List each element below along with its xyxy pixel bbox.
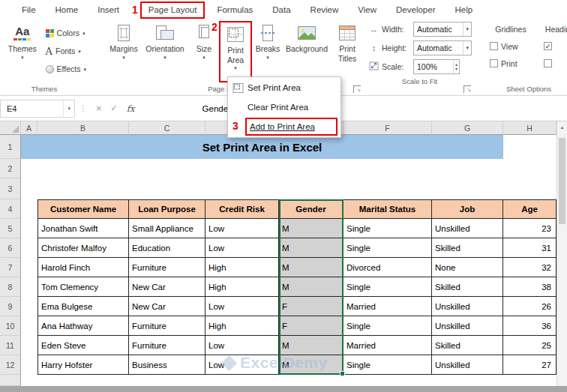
empty-cell[interactable] <box>21 277 38 297</box>
table-cell[interactable]: Eden Steve <box>38 336 129 355</box>
table-cell[interactable]: M <box>279 238 344 258</box>
table-cell[interactable]: Single <box>344 316 432 336</box>
tab-home[interactable]: Home <box>46 0 88 19</box>
row-header-6[interactable]: 6 <box>0 238 21 258</box>
tab-insert[interactable]: Insert <box>88 0 129 19</box>
scrollbar-thumb[interactable] <box>559 138 566 224</box>
table-cell[interactable]: Unskilled <box>432 297 503 316</box>
table-cell[interactable]: Business <box>129 355 206 375</box>
table-cell[interactable]: Jonathan Swift <box>38 219 129 238</box>
empty-cell[interactable] <box>21 159 556 178</box>
scale-input[interactable]: 100% ▴▾ <box>413 59 460 74</box>
orientation-button[interactable]: Orientation ▾ <box>141 21 189 82</box>
table-cell[interactable]: New Car <box>129 277 206 297</box>
empty-cell[interactable] <box>21 297 38 316</box>
table-cell[interactable]: Single <box>344 277 432 297</box>
gridlines-view-checkbox[interactable]: View <box>484 37 538 55</box>
table-cell[interactable]: Furniture <box>129 336 206 355</box>
table-cell[interactable]: Low <box>206 238 279 258</box>
table-cell[interactable]: Ana Hathway <box>38 316 129 336</box>
table-cell[interactable]: Skilled <box>432 336 503 355</box>
empty-cell[interactable] <box>21 355 38 375</box>
table-cell[interactable]: None <box>432 258 503 277</box>
empty-cell[interactable] <box>21 258 38 277</box>
tab-review[interactable]: Review <box>301 0 349 19</box>
column-header-G[interactable]: G <box>432 121 503 135</box>
row-header-9[interactable]: 9 <box>0 297 21 316</box>
table-header-cell[interactable]: Customer Name <box>38 199 129 219</box>
table-cell[interactable]: M <box>279 355 344 375</box>
table-cell[interactable]: Christofer Malfoy <box>38 238 129 258</box>
empty-cell[interactable] <box>21 336 38 355</box>
table-cell[interactable]: M <box>279 336 344 355</box>
table-cell[interactable]: Single <box>344 219 432 238</box>
table-cell[interactable]: F <box>279 297 344 316</box>
row-header-7[interactable]: 7 <box>0 258 21 277</box>
print-area-button[interactable]: Print Area ▾ <box>220 22 250 84</box>
spin-down-icon[interactable]: ▾ <box>454 67 459 71</box>
column-header-A[interactable]: A <box>21 121 38 135</box>
row-header-5[interactable]: 5 <box>0 219 21 238</box>
table-cell[interactable]: Married <box>344 336 432 355</box>
table-cell[interactable]: Unskilled <box>432 355 503 375</box>
table-cell[interactable]: Tom Clemency <box>38 277 129 297</box>
table-cell[interactable]: 26 <box>503 297 556 316</box>
empty-cell[interactable] <box>21 199 38 219</box>
select-all-button[interactable] <box>0 121 21 135</box>
table-cell[interactable]: F <box>279 316 344 336</box>
formula-input[interactable]: Gender <box>140 100 567 118</box>
table-header-cell[interactable]: Job <box>432 199 503 219</box>
empty-cell[interactable] <box>21 238 38 258</box>
width-select[interactable]: Automatic ▾ <box>413 22 472 37</box>
table-cell[interactable]: Harold Finch <box>38 258 129 277</box>
gridlines-print-checkbox[interactable]: Print <box>484 55 538 72</box>
table-header-cell[interactable]: Loan Purpose <box>129 199 206 219</box>
table-cell[interactable]: Furniture <box>129 258 206 277</box>
row-header-2[interactable]: 2 <box>0 159 21 178</box>
table-cell[interactable]: Unskilled <box>432 219 503 238</box>
vertical-scrollbar[interactable]: ▴ <box>556 121 567 386</box>
row-header-12[interactable]: 12 <box>0 355 21 375</box>
table-cell[interactable]: Divorced <box>344 258 432 277</box>
empty-cell[interactable] <box>21 316 38 336</box>
scroll-up-icon[interactable]: ▴ <box>557 121 567 133</box>
table-cell[interactable]: High <box>206 316 279 336</box>
insert-function-icon[interactable]: fx <box>127 103 135 114</box>
row-header-4[interactable]: 4 <box>0 199 21 219</box>
table-cell[interactable]: Education <box>129 238 206 258</box>
empty-cell[interactable] <box>21 219 38 238</box>
column-header-B[interactable]: B <box>38 121 129 135</box>
table-cell[interactable]: Low <box>206 336 279 355</box>
table-cell[interactable]: M <box>279 258 344 277</box>
effects-button[interactable]: Effects ▾ <box>44 60 88 78</box>
row-header-13[interactable] <box>0 375 21 386</box>
row-header-11[interactable]: 11 <box>0 336 21 355</box>
table-cell[interactable]: Single <box>344 355 432 375</box>
table-cell[interactable]: Furniture <box>129 316 206 336</box>
tab-developer[interactable]: Developer <box>386 0 445 19</box>
sheet-title-cell[interactable]: Set Print Area in Excel <box>21 135 503 159</box>
enter-icon[interactable]: ✓ <box>111 103 118 113</box>
height-select[interactable]: Automatic ▾ <box>413 40 472 55</box>
tab-view[interactable]: View <box>348 0 386 19</box>
table-cell[interactable]: Low <box>206 219 279 238</box>
table-cell[interactable]: New Car <box>129 297 206 316</box>
background-button[interactable]: Background <box>284 21 330 82</box>
row-header-1[interactable]: 1 <box>0 135 21 159</box>
menu-item-set-print-area[interactable]: Set Print Area <box>228 78 340 97</box>
margins-button[interactable]: Margins ▾ <box>106 21 141 82</box>
row-header-10[interactable]: 10 <box>0 316 21 336</box>
table-cell[interactable]: 27 <box>503 355 556 375</box>
tab-page-layout[interactable]: Page Layout <box>140 1 206 19</box>
headings-view-checkbox[interactable]: ✓ <box>541 37 567 55</box>
tab-data[interactable]: Data <box>262 0 300 19</box>
table-header-cell[interactable]: Gender <box>279 199 344 219</box>
dialog-launcher-icon[interactable]: ↘ <box>464 85 471 93</box>
table-cell[interactable]: 38 <box>503 277 556 297</box>
colors-button[interactable]: Colors ▾ <box>44 24 88 42</box>
table-cell[interactable]: Unskilled <box>432 316 503 336</box>
table-cell[interactable]: 25 <box>503 336 556 355</box>
table-cell[interactable]: Ema Bulgese <box>38 297 129 316</box>
menu-item-clear-print-area[interactable]: Clear Print Area <box>228 97 340 117</box>
menu-item-add-to-print-area[interactable]: 3 Add to Print Area <box>228 117 340 136</box>
